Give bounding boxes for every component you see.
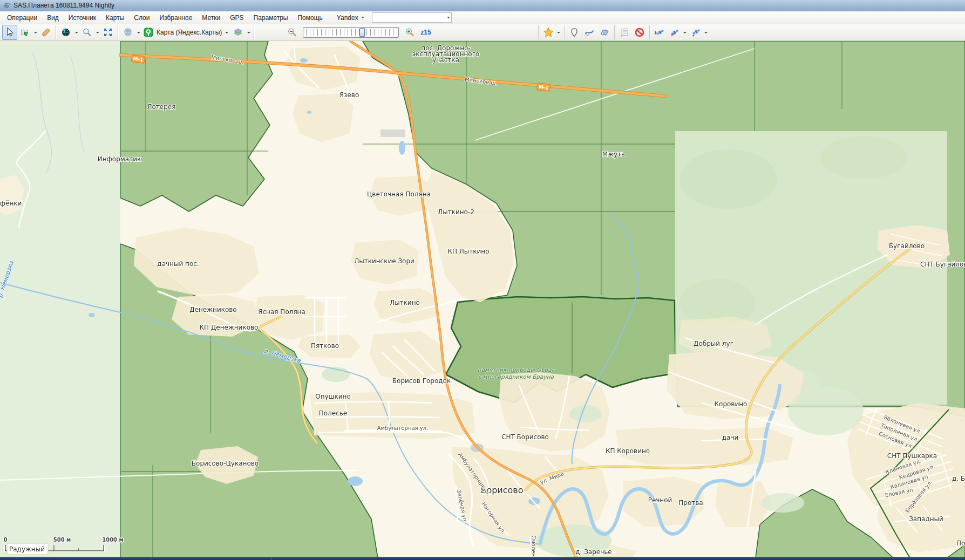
map-label: Радужный bbox=[9, 545, 45, 553]
menu-gps[interactable]: GPS bbox=[225, 12, 248, 23]
main-toolbar: Карта (Яндекс.Карты) bbox=[0, 24, 965, 41]
map-type-button[interactable]: Карта (Яндекс.Карты) bbox=[141, 25, 230, 40]
map-label: 1000 м bbox=[102, 537, 124, 543]
zoom-out-button[interactable] bbox=[284, 25, 300, 40]
map-label: Пятково bbox=[311, 342, 339, 350]
map-label: дачи bbox=[722, 434, 739, 441]
map-label: Лыткинские Зори bbox=[354, 257, 414, 265]
map-label: с многорядником Брауна bbox=[478, 373, 554, 380]
app-icon bbox=[3, 2, 11, 9]
zoom-out-icon bbox=[287, 28, 297, 37]
map-label: Амбулаторная ул. bbox=[377, 425, 429, 431]
map-label: памятник природы Овраг bbox=[478, 366, 555, 373]
gps-goto-dropdown[interactable] bbox=[703, 25, 709, 39]
dataset-globe-dropdown[interactable] bbox=[135, 25, 141, 39]
map-label: Добрый луг bbox=[694, 340, 733, 347]
marks-list-button[interactable] bbox=[617, 25, 632, 40]
menu-separator bbox=[330, 12, 330, 23]
menu-layers[interactable]: Слои bbox=[129, 12, 154, 23]
fullscreen-button[interactable] bbox=[100, 25, 115, 40]
map-label: КП Коровино bbox=[606, 447, 650, 455]
select-region-icon bbox=[20, 28, 30, 37]
select-region-button[interactable] bbox=[17, 25, 32, 40]
status-bar bbox=[0, 557, 965, 560]
menu-parameters[interactable]: Параметры bbox=[249, 12, 293, 23]
map-label: Мжуть bbox=[602, 151, 625, 158]
select-region-dropdown[interactable] bbox=[32, 25, 38, 39]
favorites-button[interactable] bbox=[541, 25, 556, 40]
gps-track-button[interactable] bbox=[652, 25, 667, 40]
dataset-globe-button[interactable] bbox=[120, 25, 135, 40]
map-label: Бугайлово bbox=[889, 242, 925, 250]
gps-connect-dropdown[interactable] bbox=[682, 25, 688, 39]
building-patch bbox=[380, 129, 405, 137]
path-icon bbox=[585, 28, 594, 37]
map-label: Полесье bbox=[319, 409, 347, 417]
dataset-globe-icon bbox=[123, 28, 133, 37]
menu-operations[interactable]: Операции bbox=[2, 12, 42, 23]
zoom-in-icon bbox=[405, 28, 414, 37]
search-input[interactable] bbox=[372, 12, 452, 23]
map-label: Коровино bbox=[715, 400, 747, 408]
menu-help[interactable]: Помощь bbox=[293, 12, 327, 23]
globe-view-button[interactable] bbox=[58, 25, 73, 40]
globe-icon bbox=[61, 28, 71, 37]
zoom-level-label: z15 bbox=[417, 29, 434, 36]
add-placemark-button[interactable] bbox=[567, 25, 582, 40]
menu-view[interactable]: Вид bbox=[42, 12, 64, 23]
zoom-slider[interactable] bbox=[303, 27, 399, 38]
cursor-icon bbox=[5, 28, 15, 37]
fullscreen-icon bbox=[103, 28, 113, 37]
layers-button[interactable] bbox=[230, 25, 246, 40]
menu-marks[interactable]: Метки bbox=[197, 12, 225, 23]
add-polygon-button[interactable] bbox=[597, 25, 612, 40]
title-bar[interactable]: SAS.Планета 160811.9494 Nightly bbox=[0, 0, 965, 11]
gps-goto-icon bbox=[690, 27, 701, 38]
menu-maps[interactable]: Карты bbox=[101, 12, 129, 23]
magnifier-icon bbox=[82, 28, 92, 37]
cursor-tool-button[interactable] bbox=[2, 25, 17, 40]
search-source-button[interactable]: Yandex bbox=[332, 12, 369, 23]
highway-badge: М-1 bbox=[536, 83, 550, 92]
map-label: Борисово-Цуканово bbox=[192, 460, 259, 467]
highway-badge: М-1 bbox=[131, 55, 145, 64]
ruler-icon bbox=[41, 28, 51, 37]
app-window: SAS.Планета 160811.9494 Nightly Операции… bbox=[0, 0, 965, 560]
zoom-in-button[interactable] bbox=[402, 25, 417, 40]
add-path-button[interactable] bbox=[582, 25, 597, 40]
map-label: КП Денежниково bbox=[200, 324, 259, 331]
zoom-slider-thumb[interactable] bbox=[359, 28, 365, 37]
map-label: Лыткино-2 bbox=[438, 208, 474, 216]
map-canvas[interactable]: М-1М-1 пос. Дорожно-эксплуатационногоуча… bbox=[0, 41, 965, 557]
map-viewport: М-1М-1 пос. Дорожно-эксплуатационногоуча… bbox=[0, 41, 965, 557]
marks-list-icon bbox=[620, 28, 629, 37]
map-label: СНТ Борисово bbox=[501, 433, 549, 441]
search-tool-dropdown[interactable] bbox=[94, 25, 100, 39]
search-tool-button[interactable] bbox=[79, 25, 94, 40]
placemark-icon bbox=[569, 28, 579, 37]
map-label: СНТ Бугайлово bbox=[920, 261, 965, 268]
measure-button[interactable] bbox=[38, 25, 53, 40]
map-type-label: Карта (Яндекс.Карты) bbox=[155, 29, 223, 36]
favorites-dropdown[interactable] bbox=[556, 25, 562, 39]
map-label: Смоленская bbox=[531, 535, 536, 557]
menu-favorites[interactable]: Избранное bbox=[154, 12, 197, 23]
map-label: 0 bbox=[4, 537, 8, 543]
zoom-slider-ticks bbox=[306, 29, 396, 36]
hide-marks-button[interactable] bbox=[632, 25, 647, 40]
menu-bar: Операции Вид Источник Карты Слои Избранн… bbox=[0, 11, 965, 24]
chevron-down-icon bbox=[361, 17, 364, 18]
menu-source[interactable]: Источник bbox=[64, 12, 101, 23]
gps-goto-button[interactable] bbox=[688, 25, 703, 40]
map-label: По bbox=[956, 539, 965, 547]
yandex-map-icon bbox=[144, 28, 153, 37]
hide-marks-icon bbox=[634, 27, 645, 38]
globe-view-dropdown[interactable] bbox=[73, 25, 79, 39]
layers-dropdown[interactable] bbox=[246, 25, 252, 39]
gps-connect-icon bbox=[669, 27, 680, 38]
map-label: Язёво bbox=[339, 91, 359, 99]
polygon-icon bbox=[600, 28, 609, 37]
map-label: участка bbox=[432, 56, 459, 64]
chevron-down-icon[interactable] bbox=[447, 17, 450, 18]
gps-connect-button[interactable] bbox=[667, 25, 682, 40]
